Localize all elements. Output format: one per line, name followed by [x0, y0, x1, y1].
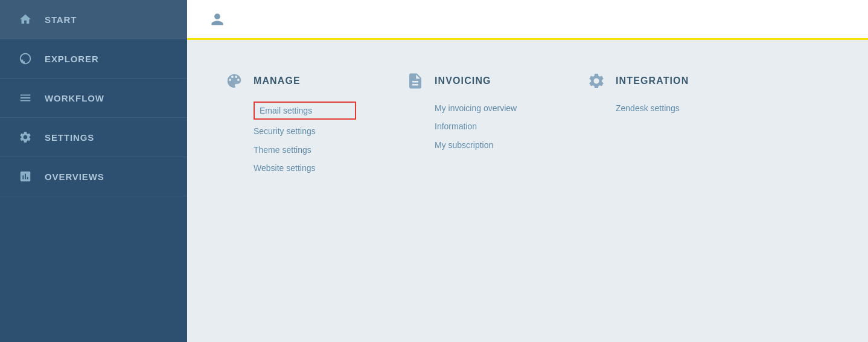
section-title-integration: INTEGRATION [616, 76, 689, 86]
workflow-icon [17, 89, 34, 106]
link-invoicing-overview[interactable]: My invoicing overview [435, 102, 537, 115]
sidebar-item-label-settings: SETTINGS [45, 132, 94, 143]
sidebar-item-label-workflow: WORKFLOW [45, 93, 104, 103]
page-title [209, 11, 234, 28]
section-links-invoicing: My invoicing overviewInformationMy subsc… [404, 102, 537, 152]
sidebar-item-start[interactable]: START [0, 0, 187, 39]
section-title-manage: MANAGE [254, 76, 301, 86]
gear-icon [586, 70, 607, 92]
explorer-icon [17, 50, 34, 67]
link-my-subscription[interactable]: My subscription [435, 138, 537, 152]
section-manage: MANAGEEmail settingsSecurity settingsThe… [223, 70, 356, 175]
content-area: MANAGEEmail settingsSecurity settingsThe… [187, 40, 868, 342]
sidebar-item-overviews[interactable]: OVERVIEWS [0, 157, 187, 196]
link-email-settings[interactable]: Email settings [254, 102, 356, 120]
top-bar [187, 0, 868, 40]
link-zendesk-settings[interactable]: Zendesk settings [616, 102, 718, 115]
sidebar-item-label-start: START [45, 15, 77, 25]
section-integration: INTEGRATIONZendesk settings [586, 70, 718, 115]
sidebar-item-settings[interactable]: SETTINGS [0, 118, 187, 157]
section-header-manage: MANAGE [223, 70, 356, 92]
link-website-settings[interactable]: Website settings [254, 161, 356, 175]
link-security-settings[interactable]: Security settings [254, 124, 356, 138]
main-area: MANAGEEmail settingsSecurity settingsThe… [187, 0, 868, 342]
document-icon [404, 70, 426, 92]
sidebar-item-workflow[interactable]: WORKFLOW [0, 79, 187, 118]
overviews-icon [17, 168, 34, 185]
link-information[interactable]: Information [435, 120, 537, 133]
start-icon [17, 11, 34, 28]
link-theme-settings[interactable]: Theme settings [254, 143, 356, 156]
section-links-manage: Email settingsSecurity settingsTheme set… [223, 102, 356, 175]
sidebar-item-label-overviews: OVERVIEWS [45, 172, 104, 182]
palette-icon [223, 70, 245, 92]
section-header-invoicing: INVOICING [404, 70, 537, 92]
section-title-invoicing: INVOICING [435, 76, 491, 86]
section-links-integration: Zendesk settings [586, 102, 718, 115]
section-invoicing: INVOICINGMy invoicing overviewInformatio… [404, 70, 537, 152]
sidebar-item-label-explorer: EXPLORER [45, 54, 99, 64]
sidebar: STARTEXPLORERWORKFLOWSETTINGSOVERVIEWS [0, 0, 187, 342]
account-icon [209, 11, 226, 28]
sidebar-item-explorer[interactable]: EXPLORER [0, 39, 187, 79]
settings-icon [17, 129, 34, 146]
section-header-integration: INTEGRATION [586, 70, 718, 92]
